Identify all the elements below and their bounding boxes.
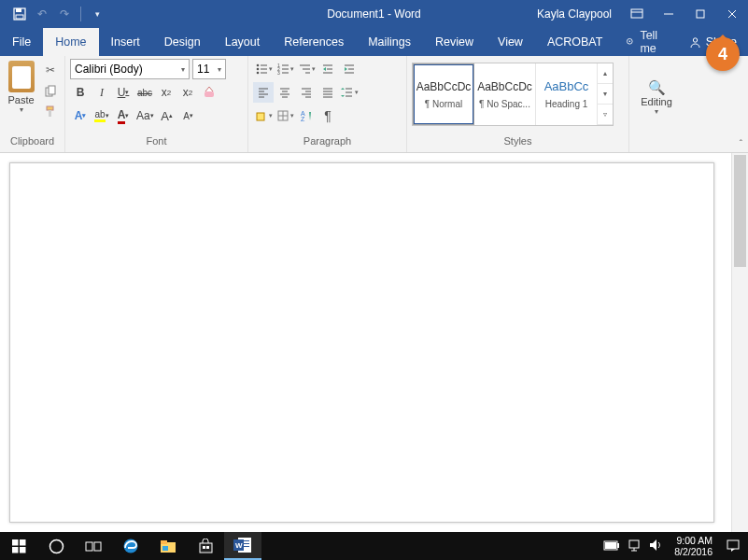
svg-rect-1 — [16, 8, 21, 12]
font-size-combo[interactable]: 11▾ — [192, 59, 226, 79]
underline-button[interactable]: U▾ — [113, 82, 134, 103]
redo-icon[interactable]: ↷ — [54, 4, 75, 24]
edge-icon[interactable] — [112, 532, 149, 560]
font-name-combo[interactable]: Calibri (Body)▾ — [70, 59, 190, 79]
multilevel-list-button[interactable]: ▾ — [296, 59, 317, 79]
cut-icon[interactable]: ✂ — [41, 61, 60, 79]
tab-file[interactable]: File — [0, 28, 43, 56]
group-font: Calibri (Body)▾ 11▾ B I U▾ abc x2 x2 A▾ … — [65, 56, 248, 152]
numbering-button[interactable]: 123▾ — [275, 59, 295, 79]
font-color-button[interactable]: A▾ — [113, 105, 134, 126]
styles-row-up-icon[interactable]: ▴ — [598, 63, 613, 84]
tab-home[interactable]: Home — [43, 28, 98, 56]
action-center-icon[interactable] — [718, 532, 748, 560]
word-taskbar-icon[interactable]: W — [224, 532, 261, 560]
style-preview: AaBbCcDc — [477, 80, 532, 93]
style-no-spacing[interactable]: AaBbCcDc ¶ No Spac... — [474, 63, 536, 125]
shrink-font-button[interactable]: A▾ — [178, 105, 199, 126]
style-name-heading1: Heading 1 — [545, 99, 588, 109]
editing-dropdown[interactable]: 🔍 Editing ▾ — [634, 59, 679, 135]
svg-line-7 — [728, 10, 736, 18]
cortana-icon[interactable] — [37, 532, 75, 560]
copy-icon[interactable] — [41, 81, 60, 100]
ribbon-display-options-icon[interactable] — [621, 0, 653, 28]
clear-formatting-icon[interactable] — [199, 82, 219, 103]
style-heading1[interactable]: AaBbCc Heading 1 — [536, 63, 598, 125]
close-button[interactable] — [716, 0, 748, 28]
taskbar-clock[interactable]: 9:00 AM 8/2/2016 — [669, 535, 718, 557]
bullets-button[interactable]: ▾ — [253, 59, 274, 79]
paste-button[interactable]: Paste ▾ — [5, 59, 37, 135]
svg-rect-81 — [206, 546, 209, 549]
collapse-ribbon-icon[interactable]: ˆ — [740, 139, 742, 149]
tab-references[interactable]: References — [272, 28, 356, 56]
qat-customize-icon[interactable]: ▾ — [87, 4, 107, 24]
svg-rect-83 — [240, 540, 249, 541]
svg-rect-84 — [240, 543, 249, 544]
minimize-button[interactable] — [653, 0, 684, 28]
tab-layout[interactable]: Layout — [213, 28, 273, 56]
decrease-indent-button[interactable] — [318, 59, 338, 79]
justify-button[interactable] — [318, 82, 338, 103]
align-center-button[interactable] — [275, 82, 295, 103]
superscript-button[interactable]: x2 — [177, 82, 198, 103]
change-case-button[interactable]: Aa▾ — [134, 105, 156, 126]
group-label-paragraph: Paragraph — [253, 135, 402, 152]
save-icon[interactable] — [9, 4, 30, 24]
highlight-button[interactable]: ab▾ — [92, 105, 112, 126]
network-icon[interactable] — [628, 539, 642, 553]
scrollbar-thumb[interactable] — [734, 155, 746, 267]
file-explorer-icon[interactable] — [149, 532, 187, 560]
tab-design[interactable]: Design — [152, 28, 213, 56]
sort-button[interactable]: AZ — [296, 105, 317, 126]
tab-review[interactable]: Review — [423, 28, 486, 56]
clock-time: 9:00 AM — [676, 535, 713, 546]
volume-icon[interactable] — [649, 539, 663, 553]
svg-rect-91 — [629, 540, 639, 548]
tab-mailings[interactable]: Mailings — [356, 28, 423, 56]
document-page[interactable] — [9, 162, 714, 523]
tab-insert[interactable]: Insert — [99, 28, 152, 56]
group-label-font: Font — [70, 135, 243, 152]
format-painter-icon[interactable] — [41, 102, 60, 120]
svg-marker-96 — [731, 549, 735, 552]
quick-access-toolbar: ↶ ↷ ▾ — [0, 4, 107, 24]
styles-row-down-icon[interactable]: ▾ — [598, 84, 613, 105]
shading-button[interactable]: ▾ — [253, 105, 274, 126]
line-spacing-button[interactable]: ▾ — [339, 82, 360, 103]
store-icon[interactable] — [187, 532, 224, 560]
font-size-value: 11 — [197, 63, 209, 76]
align-right-button[interactable] — [296, 82, 317, 103]
svg-marker-67 — [309, 112, 311, 120]
grow-font-button[interactable]: A▴ — [157, 105, 177, 126]
style-normal[interactable]: AaBbCcDc ¶ Normal — [413, 63, 474, 125]
bold-button[interactable]: B — [70, 82, 91, 103]
start-button[interactable] — [0, 532, 37, 560]
tab-view[interactable]: View — [486, 28, 535, 56]
tell-me-search[interactable]: Tell me — [614, 28, 677, 56]
svg-rect-71 — [20, 547, 26, 553]
increase-indent-button[interactable] — [339, 59, 360, 79]
undo-icon[interactable]: ↶ — [32, 4, 52, 24]
svg-point-11 — [693, 37, 697, 41]
svg-rect-70 — [12, 547, 19, 553]
group-editing: 🔍 Editing ▾ — [629, 56, 685, 152]
italic-button[interactable]: I — [92, 82, 112, 103]
borders-button[interactable]: ▾ — [275, 105, 295, 126]
battery-icon[interactable] — [603, 540, 620, 553]
vertical-scrollbar[interactable] — [731, 153, 748, 532]
task-view-icon[interactable] — [75, 532, 112, 560]
styles-expand-icon[interactable]: ▿ — [598, 105, 613, 125]
align-left-button[interactable] — [253, 82, 274, 103]
maximize-button[interactable] — [684, 0, 716, 28]
text-effects-button[interactable]: A▾ — [70, 105, 91, 126]
svg-rect-69 — [20, 539, 26, 546]
subscript-button[interactable]: x2 — [156, 82, 176, 103]
svg-rect-6 — [697, 10, 704, 18]
show-marks-button[interactable]: ¶ — [318, 105, 338, 126]
svg-text:A: A — [301, 110, 305, 117]
strikethrough-button[interactable]: abc — [134, 82, 155, 103]
title-bar: ↶ ↷ ▾ Document1 - Word Kayla Claypool — [0, 0, 748, 28]
svg-rect-3 — [631, 9, 642, 18]
tab-acrobat[interactable]: ACROBAT — [535, 28, 615, 56]
